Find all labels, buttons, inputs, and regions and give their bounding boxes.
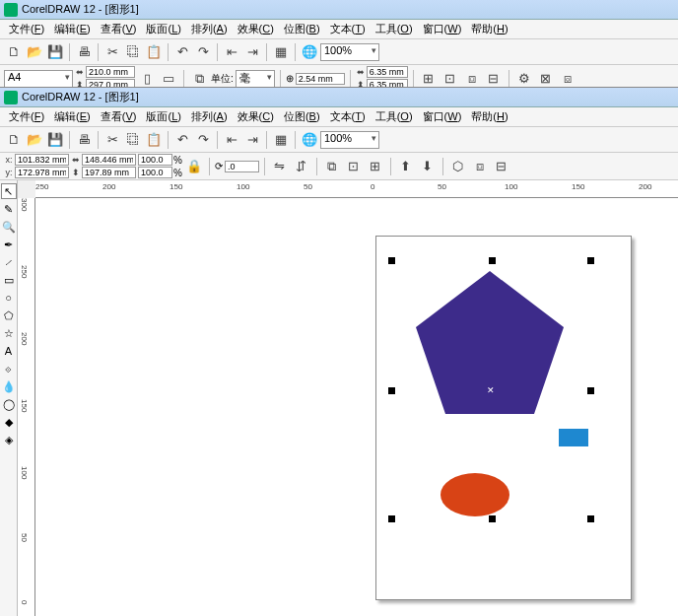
save-icon[interactable]: 💾: [45, 130, 65, 150]
menu-版面[interactable]: 版面(L): [141, 22, 185, 36]
unit-dropdown[interactable]: 毫米: [236, 70, 275, 88]
menu-文本[interactable]: 文本(T): [325, 109, 371, 124]
export-icon[interactable]: ⇥: [242, 42, 262, 62]
options3-icon[interactable]: ⧇: [558, 69, 577, 89]
menu-版面[interactable]: 版面(L): [141, 109, 185, 124]
tool-polygon[interactable]: ⬠: [1, 308, 17, 323]
print-icon[interactable]: 🖶: [74, 42, 94, 62]
sel-handle-ml[interactable]: [388, 387, 395, 394]
snap3-icon[interactable]: ⧈: [462, 69, 482, 89]
cut-icon[interactable]: ✂: [102, 42, 122, 62]
scale-y-input[interactable]: [138, 167, 172, 178]
align-icon[interactable]: ⊟: [492, 157, 511, 176]
convert-icon[interactable]: ⬡: [448, 157, 468, 176]
snap2-icon[interactable]: ⊡: [441, 69, 460, 89]
tool-fill[interactable]: ◆: [1, 414, 17, 430]
tool-freehand[interactable]: ✒: [1, 237, 17, 252]
tool-shape[interactable]: ✎: [1, 201, 17, 217]
sel-handle-tm[interactable]: [489, 257, 496, 264]
export-icon[interactable]: ⇥: [242, 130, 262, 150]
menu-帮助[interactable]: 帮助(H): [466, 109, 512, 124]
menu-帮助[interactable]: 帮助(H): [466, 22, 512, 36]
tool-basicshape[interactable]: ☆: [1, 325, 17, 341]
menu-工具[interactable]: 工具(O): [371, 22, 418, 36]
tool-interactive-fill[interactable]: ◈: [1, 432, 17, 447]
menu-工具[interactable]: 工具(O): [371, 109, 418, 124]
nudge-input[interactable]: [296, 73, 345, 85]
pages-icon[interactable]: ⧉: [189, 69, 209, 89]
menu-效果[interactable]: 效果(C): [233, 109, 279, 124]
tool-eyedrop[interactable]: 💧: [1, 378, 17, 394]
zoom-level-dropdown[interactable]: 100%: [320, 43, 379, 61]
wrap-icon[interactable]: ⧈: [470, 157, 490, 176]
save-icon[interactable]: 💾: [45, 42, 65, 62]
cut-icon[interactable]: ✂: [102, 130, 122, 150]
sel-handle-mr[interactable]: [587, 387, 594, 394]
sel-handle-tl[interactable]: [388, 257, 395, 264]
tool-rect[interactable]: ▭: [1, 272, 17, 288]
obj-w-input[interactable]: [82, 154, 136, 166]
menu-查看[interactable]: 查看(V): [96, 22, 142, 36]
redo-icon[interactable]: ↷: [193, 42, 213, 62]
import-icon[interactable]: ⇤: [222, 42, 241, 62]
options2-icon[interactable]: ⊠: [536, 69, 556, 89]
open-icon[interactable]: 📂: [25, 130, 44, 150]
sel-handle-br[interactable]: [587, 515, 594, 522]
tool-text[interactable]: A: [1, 343, 17, 359]
menu-位图[interactable]: 位图(B): [279, 22, 325, 36]
menu-编辑[interactable]: 编辑(E): [49, 22, 96, 36]
obj-h-input[interactable]: [82, 167, 136, 178]
tool-pick[interactable]: ↖: [1, 183, 17, 199]
snap-icon[interactable]: ⊞: [419, 69, 439, 89]
menu-查看[interactable]: 查看(V): [96, 109, 142, 124]
copy-icon[interactable]: ⿻: [123, 42, 143, 62]
corel-online-icon[interactable]: 🌐: [300, 130, 319, 150]
portrait-icon[interactable]: ▯: [137, 69, 157, 89]
tool-interactive[interactable]: ⟐: [1, 361, 17, 376]
menu-窗口[interactable]: 窗口(W): [418, 109, 467, 124]
import-icon[interactable]: ⇤: [222, 130, 241, 150]
lock-ratio-icon[interactable]: 🔒: [184, 157, 204, 176]
sel-handle-bm[interactable]: [489, 515, 496, 522]
options-icon[interactable]: ⚙: [514, 69, 534, 89]
redo-icon[interactable]: ↷: [193, 130, 213, 150]
dup-x-input[interactable]: [367, 66, 408, 78]
obj-y-input[interactable]: [15, 167, 69, 178]
corel-online-icon[interactable]: 🌐: [300, 42, 319, 62]
ellipse-shape[interactable]: [441, 473, 509, 516]
tool-smartdraw[interactable]: ⟋: [1, 254, 17, 270]
landscape-icon[interactable]: ▭: [159, 69, 178, 89]
menu-文本[interactable]: 文本(T): [325, 22, 371, 36]
combine-icon[interactable]: ⊞: [366, 157, 385, 176]
undo-icon[interactable]: ↶: [172, 42, 192, 62]
menu-效果[interactable]: 效果(C): [233, 22, 279, 36]
angle-input[interactable]: [225, 161, 259, 172]
to-front-icon[interactable]: ⬆: [396, 157, 416, 176]
paper-width-input[interactable]: [86, 66, 135, 78]
undo-icon[interactable]: ↶: [172, 130, 192, 150]
group-icon[interactable]: ⊡: [344, 157, 364, 176]
new-icon[interactable]: 🗋: [4, 130, 24, 150]
mirror-h-icon[interactable]: ⇋: [270, 157, 290, 176]
scale-x-input[interactable]: [138, 154, 172, 166]
paper-size-dropdown[interactable]: A4: [4, 70, 73, 88]
paste-icon[interactable]: 📋: [144, 130, 164, 150]
mirror-v-icon[interactable]: ⇵: [292, 157, 311, 176]
ungroup-icon[interactable]: ⧉: [322, 157, 342, 176]
to-back-icon[interactable]: ⬇: [418, 157, 438, 176]
paste-icon[interactable]: 📋: [144, 42, 164, 62]
snap4-icon[interactable]: ⊟: [484, 69, 504, 89]
tool-ellipse[interactable]: ○: [1, 290, 17, 306]
menu-排列[interactable]: 排列(A): [186, 22, 233, 36]
app-launcher-icon[interactable]: ▦: [271, 130, 291, 150]
copy-icon[interactable]: ⿻: [123, 130, 143, 150]
print-icon[interactable]: 🖶: [74, 130, 94, 150]
tool-outline[interactable]: ◯: [1, 396, 17, 412]
canvas-area[interactable]: ✕: [35, 198, 678, 616]
inner-zoom-dropdown[interactable]: 100%: [320, 131, 379, 149]
sel-handle-tr[interactable]: [587, 257, 594, 264]
new-icon[interactable]: 🗋: [4, 42, 24, 62]
app-launcher-icon[interactable]: ▦: [271, 42, 291, 62]
menu-排列[interactable]: 排列(A): [186, 109, 233, 124]
menu-窗口[interactable]: 窗口(W): [418, 22, 467, 36]
